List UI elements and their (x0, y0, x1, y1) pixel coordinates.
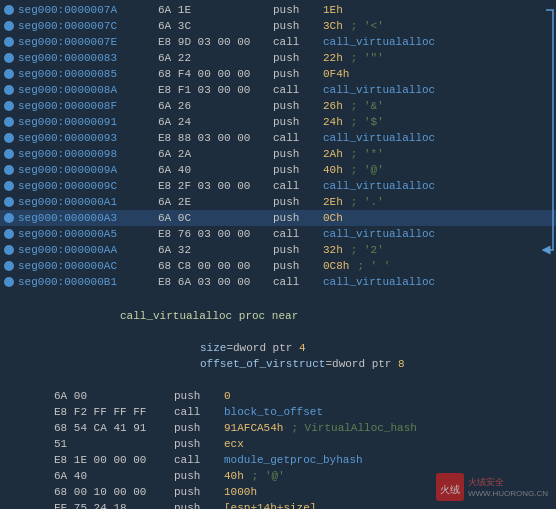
body-hex: E8 F2 FF FF FF (54, 406, 174, 418)
body-mnem: push (174, 390, 224, 402)
code-line[interactable]: seg000:00000093E8 88 03 00 00callcall_vi… (0, 130, 556, 146)
address: seg000:000000A5 (18, 228, 158, 240)
mnemonic: call (273, 228, 323, 240)
mnemonic: push (273, 52, 323, 64)
code-line[interactable]: seg000:0000009CE8 2F 03 00 00callcall_vi… (0, 178, 556, 194)
hex-bytes: 6A 3C (158, 20, 273, 32)
body-hex: FF 75 24 18 (54, 502, 174, 509)
address: seg000:00000085 (18, 68, 158, 80)
body-code-line[interactable]: 51pushecx (0, 436, 556, 452)
hex-bytes: 68 F4 00 00 00 (158, 68, 273, 80)
mnemonic: push (273, 20, 323, 32)
code-line[interactable]: seg000:0000008AE8 F1 03 00 00callcall_vi… (0, 82, 556, 98)
operand: call_virtualalloc (323, 84, 435, 96)
code-line[interactable]: seg000:0000008F6A 26push26h; '&' (0, 98, 556, 114)
body-hex: 6A 00 (54, 390, 174, 402)
body-op: block_to_offset (224, 406, 323, 418)
operand: 0F4h (323, 68, 349, 80)
body-mnem: push (174, 486, 224, 498)
body-op: [esp+14h+size] (224, 502, 316, 509)
operand: 32h (323, 244, 343, 256)
var-equals: = (226, 342, 233, 354)
body-code-line[interactable]: E8 F2 FF FF FFcallblock_to_offset (0, 404, 556, 420)
mnemonic: call (273, 84, 323, 96)
address: seg000:00000098 (18, 148, 158, 160)
body-op: ecx (224, 438, 244, 450)
hex-bytes: 6A 2A (158, 148, 273, 160)
operand: 26h (323, 100, 343, 112)
code-line[interactable]: seg000:000000A36A 0Cpush0Ch (0, 210, 556, 226)
hex-bytes: E8 6A 03 00 00 (158, 276, 273, 288)
watermark: 火绒 火绒安全 WWW.HUORONG.CN (436, 473, 548, 501)
code-view: seg000:0000007A6A 1Epush1Ehseg000:000000… (0, 0, 556, 509)
watermark-text: 火绒安全 WWW.HUORONG.CN (468, 476, 548, 498)
comment: ; '*' (351, 148, 384, 160)
operand: 0Ch (323, 212, 343, 224)
comment: ; ' ' (357, 260, 390, 272)
code-line[interactable]: seg000:000000A5E8 76 03 00 00callcall_vi… (0, 226, 556, 242)
code-line[interactable]: seg000:000000AC68 C8 00 00 00push0C8h; '… (0, 258, 556, 274)
mnemonic: push (273, 164, 323, 176)
body-mnem: push (174, 470, 224, 482)
operand: 24h (323, 116, 343, 128)
separator-1 (0, 290, 556, 306)
hex-bytes: E8 9D 03 00 00 (158, 36, 273, 48)
address: seg000:0000009C (18, 180, 158, 192)
body-code-line[interactable]: FF 75 24 18push[esp+14h+size] (0, 500, 556, 509)
body-code-line[interactable]: 6A 00push0 (0, 388, 556, 404)
code-line[interactable]: seg000:000000986A 2Apush2Ah; '*' (0, 146, 556, 162)
watermark-logo-icon: 火绒 (436, 473, 464, 501)
address: seg000:000000B1 (18, 276, 158, 288)
var-name: offset_of_virstruct (200, 358, 325, 370)
mnemonic: push (273, 4, 323, 16)
mnemonic: push (273, 148, 323, 160)
body-hex: 68 00 10 00 00 (54, 486, 174, 498)
mnemonic: call (273, 132, 323, 144)
code-line[interactable]: seg000:0000007EE8 9D 03 00 00callcall_vi… (0, 34, 556, 50)
svg-text:火绒: 火绒 (440, 484, 460, 495)
code-line[interactable]: seg000:000000A16A 2Epush2Eh; '.' (0, 194, 556, 210)
separator-2 (0, 324, 556, 340)
address: seg000:00000093 (18, 132, 158, 144)
code-line[interactable]: seg000:0000007C6A 3Cpush3Ch; '<' (0, 18, 556, 34)
code-line[interactable]: seg000:000000916A 24push24h; '$' (0, 114, 556, 130)
breakpoint-dot (4, 21, 14, 31)
address: seg000:0000008F (18, 100, 158, 112)
code-line[interactable]: seg000:000000836A 22push22h; '"' (0, 50, 556, 66)
watermark-brand: 火绒安全 (468, 476, 548, 489)
body-hex: 51 (54, 438, 174, 450)
comment: ; '.' (351, 196, 384, 208)
hex-bytes: 6A 24 (158, 116, 273, 128)
var-line: size= dword ptr 4 (0, 340, 556, 356)
proc-header: call_virtualalloc proc near (0, 306, 556, 324)
hex-bytes: E8 88 03 00 00 (158, 132, 273, 144)
mnemonic: push (273, 212, 323, 224)
code-line[interactable]: seg000:000000AA6A 32push32h; '2' (0, 242, 556, 258)
body-code-line[interactable]: E8 1E 00 00 00callmodule_getproc_byhash (0, 452, 556, 468)
var-name: size (200, 342, 226, 354)
operand: call_virtualalloc (323, 276, 435, 288)
breakpoint-dot (4, 245, 14, 255)
var-type: dword ptr (233, 342, 299, 354)
address: seg000:0000007E (18, 36, 158, 48)
hex-bytes: 6A 1E (158, 4, 273, 16)
proc-name-text: call_virtualalloc proc near (120, 310, 298, 322)
code-line[interactable]: seg000:0000007A6A 1Epush1Eh (0, 2, 556, 18)
breakpoint-dot (4, 37, 14, 47)
var-type: dword ptr (332, 358, 398, 370)
breakpoint-dot (4, 85, 14, 95)
address: seg000:0000009A (18, 164, 158, 176)
operand: 2Eh (323, 196, 343, 208)
code-line[interactable]: seg000:0000008568 F4 00 00 00push0F4h (0, 66, 556, 82)
body-op: 91AFCA54h (224, 422, 283, 434)
comment: ; '"' (351, 52, 384, 64)
code-line[interactable]: seg000:0000009A6A 40push40h; '@' (0, 162, 556, 178)
breakpoint-dot (4, 261, 14, 271)
address: seg000:0000008A (18, 84, 158, 96)
body-hex: E8 1E 00 00 00 (54, 454, 174, 466)
body-code-line[interactable]: 68 54 CA 41 91push91AFCA54h; VirtualAllo… (0, 420, 556, 436)
hex-bytes: 68 C8 00 00 00 (158, 260, 273, 272)
code-line[interactable]: seg000:000000B1E8 6A 03 00 00callcall_vi… (0, 274, 556, 290)
breakpoint-dot (4, 69, 14, 79)
comment: ; '@' (351, 164, 384, 176)
